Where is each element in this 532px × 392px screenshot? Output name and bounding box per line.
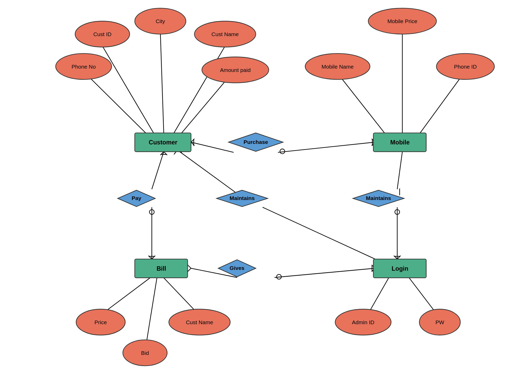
svg-line-3 — [85, 73, 147, 134]
attr-mobile-name-label: Mobile Name — [322, 64, 354, 70]
rel-maintains-center-label: Maintains — [230, 195, 255, 201]
svg-line-30 — [397, 152, 402, 189]
attr-cust-id-label: Cust ID — [93, 31, 111, 37]
entity-customer-label: Customer — [149, 139, 177, 146]
attr-pw-label: PW — [435, 319, 444, 325]
attr-city-label: City — [156, 18, 165, 24]
attr-mobile-price-label: Mobile Price — [387, 18, 417, 24]
entity-login-label: Login — [392, 265, 408, 272]
attr-phone-id-label: Phone ID — [454, 64, 477, 70]
svg-line-40 — [275, 268, 375, 277]
svg-line-8 — [191, 142, 234, 152]
svg-line-6 — [338, 73, 385, 134]
svg-line-7 — [419, 73, 464, 134]
svg-line-48 — [368, 278, 389, 314]
rel-pay-label: Pay — [132, 195, 142, 201]
svg-line-29 — [263, 207, 375, 259]
attr-admin-id-label: Admin ID — [352, 319, 374, 325]
svg-line-39 — [188, 268, 191, 272]
svg-line-38 — [188, 265, 191, 268]
attr-price-label: Price — [95, 319, 107, 325]
svg-line-0 — [160, 32, 164, 133]
svg-line-12 — [278, 142, 375, 152]
entity-mobile-label: Mobile — [390, 139, 410, 146]
er-diagram: Cust ID City Cust Name Phone No Amount p… — [0, 0, 532, 392]
attr-cust-name-label: Cust Name — [211, 31, 239, 37]
rel-purchase-label: Purchase — [243, 139, 268, 145]
attr-bid-label: Bid — [141, 350, 149, 356]
entity-bill-label: Bill — [157, 265, 166, 272]
rel-maintains-right-label: Maintains — [366, 195, 391, 201]
svg-line-17 — [152, 152, 164, 189]
svg-line-26 — [177, 150, 241, 196]
rel-gives-label: Gives — [230, 265, 244, 271]
svg-point-13 — [280, 149, 285, 154]
svg-line-46 — [164, 278, 198, 314]
svg-line-47 — [147, 278, 157, 341]
attr-cust-name-bill-label: Cust Name — [186, 319, 213, 325]
svg-line-1 — [102, 46, 154, 133]
attr-phone-no-label: Phone No — [71, 64, 96, 70]
svg-line-45 — [102, 278, 150, 314]
attr-amount-paid-label: Amount paid — [220, 67, 251, 73]
svg-line-49 — [409, 278, 436, 314]
